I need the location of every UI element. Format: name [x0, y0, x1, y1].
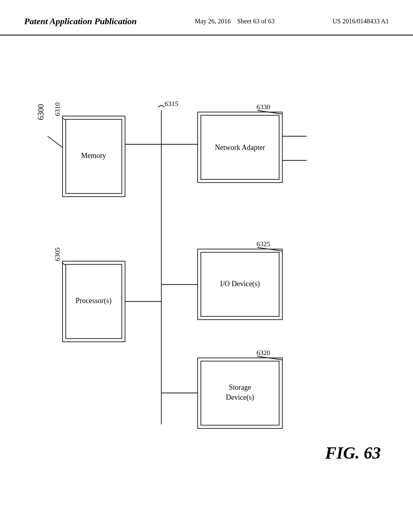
- sheet-info: Sheet 63 of 63: [237, 18, 275, 25]
- storage-device-label-line1: Storage: [229, 383, 251, 391]
- label-6325: 6325: [257, 240, 270, 248]
- processor-label: Processor(s): [76, 297, 112, 305]
- label-6330: 6330: [257, 103, 270, 111]
- network-adapter-label: Network Adapter: [215, 143, 265, 152]
- header-date-sheet: May 26, 2016 Sheet 63 of 63: [195, 16, 275, 25]
- page-header: Patent Application Publication May 26, 2…: [0, 0, 413, 35]
- label-6300: 6300: [36, 104, 45, 120]
- diagram-area: .box-rect { fill: white; stroke: #222; s…: [0, 35, 413, 511]
- memory-label: Memory: [81, 152, 106, 160]
- publication-title: Patent Application Publication: [24, 16, 137, 27]
- label-6305: 6305: [54, 247, 61, 261]
- label-6315: 6315: [165, 100, 178, 108]
- io-device-label: I/O Device(s): [220, 280, 260, 288]
- figure-label: FIG. 63: [325, 443, 381, 463]
- publication-date: May 26, 2016: [195, 18, 231, 25]
- storage-device-label-line2: Device(s): [226, 393, 254, 402]
- diagram-svg: .box-rect { fill: white; stroke: #222; s…: [0, 35, 413, 511]
- label-6310: 6310: [54, 102, 61, 116]
- patent-number: US 2016/0148433 A1: [332, 16, 389, 25]
- label-6320: 6320: [257, 349, 270, 357]
